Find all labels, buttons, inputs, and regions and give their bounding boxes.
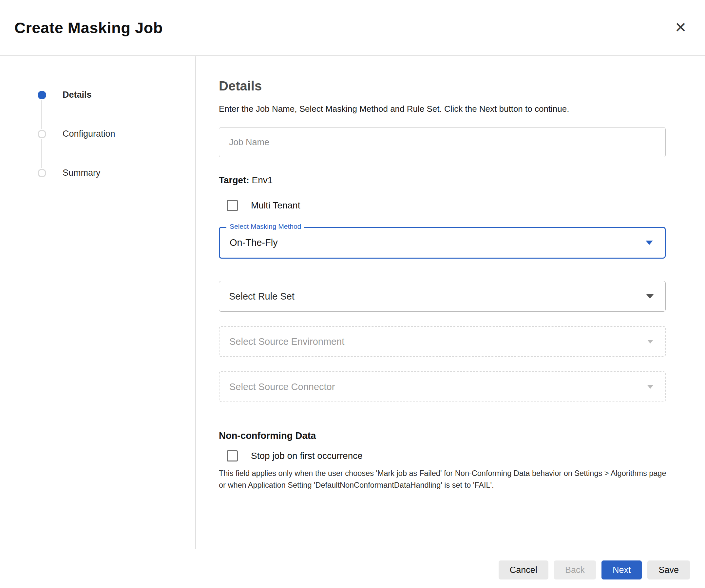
save-button[interactable]: Save: [647, 560, 690, 580]
dialog-header: Create Masking Job ✕: [0, 0, 705, 56]
details-panel: Details Enter the Job Name, Select Maski…: [195, 56, 680, 549]
chevron-down-icon: [646, 294, 654, 299]
multi-tenant-row: Multi Tenant: [219, 200, 680, 211]
step-connector-line: [41, 139, 42, 168]
step-pending-dot-icon: [38, 130, 46, 138]
target-line: Target: Env1: [219, 175, 680, 185]
step-label: Configuration: [62, 129, 115, 139]
non-conforming-helper-text: This field applies only when the user ch…: [219, 467, 668, 491]
panel-heading: Details: [219, 79, 680, 93]
dialog-body: Details Configuration Summary Details En…: [0, 56, 705, 549]
step-connector-line: [41, 100, 42, 129]
back-button[interactable]: Back: [554, 560, 596, 580]
stepper-step-summary[interactable]: Summary: [0, 168, 195, 178]
source-environment-select: Select Source Environment: [219, 326, 666, 357]
chevron-down-icon: [647, 385, 653, 389]
masking-method-value: On-The-Fly: [230, 237, 278, 248]
step-pending-dot-icon: [38, 169, 46, 177]
rule-set-select[interactable]: Select Rule Set: [219, 281, 666, 312]
source-environment-placeholder: Select Source Environment: [229, 336, 344, 347]
dialog-title: Create Masking Job: [14, 19, 163, 37]
stop-job-label: Stop job on first occurrence: [251, 451, 363, 461]
source-connector-select: Select Source Connector: [219, 371, 666, 402]
multi-tenant-checkbox[interactable]: [227, 200, 238, 211]
next-button[interactable]: Next: [602, 560, 642, 580]
chevron-down-icon: [647, 340, 653, 344]
non-conforming-heading: Non-conforming Data: [219, 431, 680, 441]
step-label: Summary: [62, 168, 101, 178]
job-name-field: [219, 127, 666, 157]
masking-method-float-label: Select Masking Method: [226, 223, 304, 230]
vertical-divider: [195, 56, 196, 549]
chevron-down-icon: [646, 240, 653, 245]
step-label: Details: [62, 90, 92, 100]
panel-description: Enter the Job Name, Select Masking Metho…: [219, 104, 680, 114]
target-value: Env1: [252, 175, 273, 185]
target-label: Target:: [219, 175, 249, 185]
source-connector-placeholder: Select Source Connector: [229, 381, 335, 392]
cancel-button[interactable]: Cancel: [499, 560, 549, 580]
job-name-input[interactable]: [219, 128, 665, 157]
stepper-step-configuration[interactable]: Configuration: [0, 129, 195, 139]
create-masking-job-dialog: Create Masking Job ✕ Details Configurati…: [0, 0, 705, 588]
multi-tenant-label: Multi Tenant: [251, 200, 300, 211]
rule-set-placeholder: Select Rule Set: [229, 291, 294, 302]
stepper-step-details[interactable]: Details: [0, 90, 195, 100]
close-icon[interactable]: ✕: [673, 19, 688, 36]
step-active-dot-icon: [38, 91, 46, 99]
masking-method-select[interactable]: Select Masking Method On-The-Fly: [219, 227, 666, 259]
stop-job-row: Stop job on first occurrence: [219, 450, 680, 461]
stop-job-checkbox[interactable]: [227, 450, 238, 461]
stepper: Details Configuration Summary: [0, 56, 195, 549]
dialog-footer: Cancel Back Next Save: [499, 560, 690, 580]
